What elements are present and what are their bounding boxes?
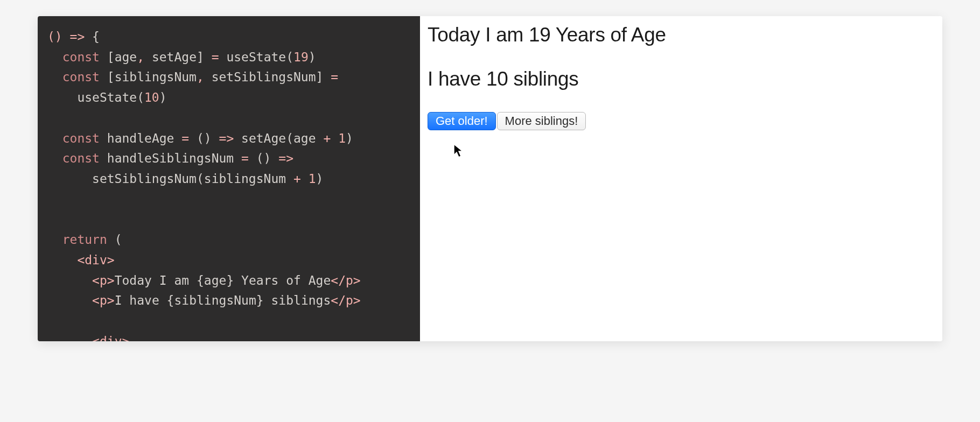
code-token: siblings [264, 293, 331, 307]
preview-panel: Today I am 19 Years of Age I have 10 sib… [420, 16, 942, 341]
code-token: < [77, 253, 85, 267]
code-token: div [85, 253, 107, 267]
code-token: ) [316, 172, 324, 186]
code-token: () [249, 151, 278, 165]
button-row: Get older! More siblings! [428, 112, 935, 130]
code-token: Today I am [115, 273, 197, 287]
code-token: useState( [219, 50, 293, 64]
code-token: = [241, 151, 249, 165]
code-token: 1 [338, 131, 346, 145]
code-token: + [323, 131, 331, 145]
code-token: , [197, 70, 204, 84]
code-token: div [100, 334, 122, 341]
code-token: => [219, 131, 234, 145]
code-token: p [346, 293, 353, 307]
more-siblings-button[interactable]: More siblings! [497, 112, 586, 130]
code-token: [siblingsNum [100, 70, 197, 84]
code-token: > [107, 293, 115, 307]
code-token: = [331, 70, 338, 84]
code-token: , [137, 50, 144, 64]
code-token: { [85, 30, 100, 44]
code-token: < [92, 293, 100, 307]
code-token: ( [107, 233, 122, 247]
code-token: ) [346, 131, 353, 145]
code-token: 10 [144, 90, 159, 104]
code-token: > [107, 273, 115, 287]
code-token: const [62, 151, 100, 165]
cursor-icon [453, 144, 465, 159]
code-token: const [62, 50, 100, 64]
code-token: = [212, 50, 219, 64]
code-token: } [256, 293, 264, 307]
age-text: Today I am 19 Years of Age [428, 24, 935, 46]
code-token: setAge] [144, 50, 212, 64]
code-token: handleAge [100, 131, 181, 145]
code-token: p [100, 273, 107, 287]
code-token: 1 [309, 172, 316, 186]
code-token: setAge(age [234, 131, 323, 145]
code-token: p [100, 293, 107, 307]
editor-preview-container: () => { const [age, setAge] = useState(1… [38, 16, 942, 341]
code-token: } [226, 273, 234, 287]
code-token: I have [115, 293, 167, 307]
code-token: [age [100, 50, 137, 64]
code-token: => [70, 30, 85, 44]
code-token: return [62, 233, 107, 247]
code-token: const [62, 131, 100, 145]
code-token: () [47, 30, 70, 44]
code-token: = [181, 131, 189, 145]
code-token: setSiblingsNum] [204, 70, 331, 84]
siblings-text: I have 10 siblings [428, 68, 935, 90]
code-token: const [62, 70, 100, 84]
code-token: + [293, 172, 301, 186]
code-token: Years of Age [234, 273, 331, 287]
code-editor[interactable]: () => { const [age, setAge] = useState(1… [38, 16, 420, 341]
get-older-button[interactable]: Get older! [428, 112, 496, 130]
code-token: p [346, 273, 353, 287]
code-token: > [353, 293, 361, 307]
code-token: siblingsNum [174, 293, 256, 307]
code-token [301, 172, 309, 186]
code-token: </ [331, 273, 346, 287]
code-token: useState( [47, 90, 144, 104]
code-token: 19 [293, 50, 309, 64]
code-token: => [278, 151, 293, 165]
code-token: > [107, 253, 115, 267]
code-token: > [353, 273, 361, 287]
code-token: > [122, 334, 130, 341]
code-token: < [92, 273, 100, 287]
code-token: setSiblingsNum(siblingsNum [47, 172, 293, 186]
code-token: { [197, 273, 204, 287]
code-token: () [189, 131, 219, 145]
code-token: ) [309, 50, 316, 64]
code-token: handleSiblingsNum [100, 151, 241, 165]
code-token: age [204, 273, 227, 287]
code-token: < [92, 334, 100, 341]
code-token: </ [331, 293, 346, 307]
code-token: ) [159, 90, 167, 104]
code-token: { [167, 293, 174, 307]
code-token [331, 131, 338, 145]
